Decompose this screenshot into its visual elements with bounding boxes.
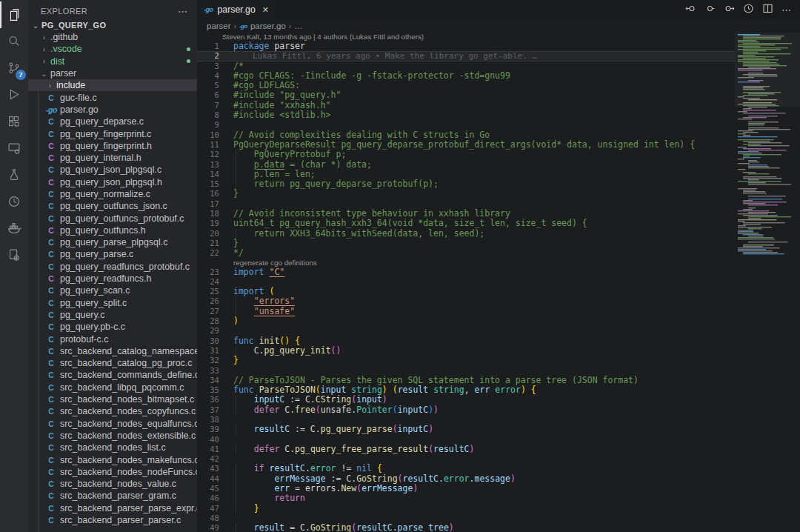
code-line-17[interactable]: 17 bbox=[197, 199, 735, 209]
code-line-42[interactable]: 42 bbox=[197, 454, 735, 464]
code-line-27[interactable]: 27 "unsafe" bbox=[197, 307, 735, 316]
code-line-2[interactable]: 2Lukas Fittl, 6 years ago • Make the lib… bbox=[197, 51, 735, 61]
tree-file-pg_query_deparse.c[interactable]: Cpg_query_deparse.c bbox=[28, 116, 197, 127]
line-number[interactable]: 10 bbox=[197, 130, 219, 140]
tree-file-pg_query_split.c[interactable]: Cpg_query_split.c bbox=[28, 297, 197, 309]
open-changes-icon[interactable] bbox=[704, 3, 716, 17]
line-number[interactable]: 7 bbox=[197, 101, 219, 110]
open-next-change-icon[interactable] bbox=[724, 3, 735, 17]
tree-file-src_backend_nodes_nodeFuncs.c[interactable]: Csrc_backend_nodes_nodeFuncs.c bbox=[28, 466, 197, 478]
code-line-38[interactable]: 38 bbox=[197, 415, 735, 425]
clock-icon[interactable] bbox=[0, 188, 28, 215]
line-number[interactable]: 24 bbox=[197, 277, 219, 287]
line-number[interactable]: 8 bbox=[197, 110, 219, 120]
line-number[interactable]: 4 bbox=[197, 71, 219, 81]
tree-root-pg-query-go[interactable]: ⌄ PG_QUERY_GO bbox=[28, 19, 197, 31]
line-number[interactable]: 41 bbox=[197, 445, 219, 454]
code-line-29[interactable]: 29 bbox=[197, 326, 735, 336]
tab-parser-go[interactable]: -go parser.go ✕ bbox=[197, 0, 276, 19]
code-line-47[interactable]: 47 } bbox=[197, 504, 735, 513]
code-line-25[interactable]: 25import ( bbox=[197, 287, 735, 296]
testing-icon[interactable] bbox=[0, 162, 28, 188]
tree-file-pg_query_json_plpgsql.c[interactable]: Cpg_query_json_plpgsql.c bbox=[28, 164, 197, 176]
code-line-34[interactable]: 34// ParseToJSON - Parses the given SQL … bbox=[197, 376, 735, 385]
more-actions-icon[interactable]: ⋯ bbox=[781, 4, 792, 16]
tree-file-guc-file.c[interactable]: Cguc-file.c bbox=[28, 91, 197, 103]
line-number[interactable]: 36 bbox=[197, 395, 219, 405]
line-number[interactable]: 38 bbox=[197, 415, 219, 425]
tree-folder-.vscode[interactable]: ›.vscode bbox=[28, 43, 197, 55]
tree-file-pg_query_normalize.c[interactable]: Cpg_query_normalize.c bbox=[28, 188, 197, 200]
code-line-22[interactable]: 22*/ bbox=[197, 248, 735, 258]
code-line-28[interactable]: 28) bbox=[197, 316, 735, 326]
code-line-4[interactable]: 4#cgo CFLAGS: -Iinclude -g -fstack-prote… bbox=[197, 71, 735, 81]
tree-file-src_backend_parser_gram.c[interactable]: Csrc_backend_parser_gram.c bbox=[28, 490, 197, 502]
breadcrumb-item-parser.go[interactable]: -goparser.go bbox=[239, 21, 286, 30]
code-line-19[interactable]: 19uint64_t pg_query_hash_xxh3_64(void *d… bbox=[197, 219, 735, 228]
file-history-icon[interactable] bbox=[743, 3, 754, 17]
line-number[interactable]: 13 bbox=[197, 160, 219, 170]
line-number[interactable]: 32 bbox=[197, 356, 219, 365]
line-number[interactable]: 33 bbox=[197, 366, 219, 376]
line-number[interactable]: 2 bbox=[197, 51, 219, 61]
tree-file-pg_query_readfuncs_protobuf.c[interactable]: Cpg_query_readfuncs_protobuf.c bbox=[28, 261, 197, 273]
code-line-44[interactable]: 44 errMessage := C.GoString(resultC.erro… bbox=[197, 474, 735, 484]
line-number[interactable]: 26 bbox=[197, 296, 219, 306]
line-number[interactable]: 19 bbox=[197, 219, 219, 228]
code-line-7[interactable]: 7#include "xxhash.h" bbox=[197, 101, 735, 110]
line-number[interactable]: 1 bbox=[197, 41, 219, 51]
code-line-36[interactable]: 36 inputC := C.CString(input) bbox=[197, 395, 735, 405]
extensions-icon[interactable] bbox=[0, 108, 28, 135]
line-number[interactable]: 42 bbox=[197, 454, 219, 464]
code-line-18[interactable]: 18// Avoid inconsistent type behaviour i… bbox=[197, 209, 735, 219]
tree-file-pg_query_scan.c[interactable]: Cpg_query_scan.c bbox=[28, 285, 197, 296]
tree-file-protobuf-c.c[interactable]: Cprotobuf-c.c bbox=[28, 333, 197, 345]
line-number[interactable]: 45 bbox=[197, 484, 219, 493]
line-number[interactable]: 46 bbox=[197, 493, 219, 503]
code-line-1[interactable]: 1package parser bbox=[197, 41, 735, 51]
tree-file-pg_query_json_plpgsql.h[interactable]: Cpg_query_json_plpgsql.h bbox=[28, 176, 197, 188]
line-number[interactable]: 12 bbox=[197, 150, 219, 159]
tree-file-pg_query_outfuncs_json.c[interactable]: Cpg_query_outfuncs_json.c bbox=[28, 200, 197, 212]
line-number[interactable]: 39 bbox=[197, 425, 219, 434]
tree-file-src_backend_parser_parser.c[interactable]: Csrc_backend_parser_parser.c bbox=[28, 514, 197, 526]
code-line-20[interactable]: 20 return XXH3_64bits_withSeed(data, len… bbox=[197, 229, 735, 239]
tree-file-src_backend_catalog_namespace.c[interactable]: Csrc_backend_catalog_namespace.c bbox=[28, 345, 197, 357]
code-line-35[interactable]: 35func ParseToJSON(input string) (result… bbox=[197, 385, 735, 395]
line-number[interactable]: 23 bbox=[197, 267, 219, 277]
code-line-14[interactable]: 14 p.len = len; bbox=[197, 170, 735, 179]
line-number[interactable]: 35 bbox=[197, 385, 219, 395]
code-line-23[interactable]: 23import "C" bbox=[197, 267, 735, 277]
code-line-49[interactable]: 49 result = C.GoString(resultC.parse_tre… bbox=[197, 523, 735, 532]
tree-file-src_backend_libpq_pqcomm.c[interactable]: Csrc_backend_libpq_pqcomm.c bbox=[28, 382, 197, 393]
line-number[interactable]: 28 bbox=[197, 316, 219, 326]
line-number[interactable]: 9 bbox=[197, 120, 219, 130]
code-line-21[interactable]: 21} bbox=[197, 239, 735, 248]
code-area[interactable]: Steven Kalt, 13 months ago | 4 authors (… bbox=[197, 33, 735, 532]
breadcrumb-item-…[interactable]: … bbox=[294, 21, 303, 30]
code-line-8[interactable]: 8#include <stdlib.h> bbox=[197, 110, 735, 120]
code-line-40[interactable]: 40 bbox=[197, 435, 735, 445]
tree-file-src_backend_nodes_value.c[interactable]: Csrc_backend_nodes_value.c bbox=[28, 478, 197, 490]
tree-file-pg_query_fingerprint.c[interactable]: Cpg_query_fingerprint.c bbox=[28, 127, 197, 139]
code-line-33[interactable]: 33 bbox=[197, 366, 735, 376]
line-number[interactable]: 37 bbox=[197, 405, 219, 415]
line-number[interactable]: 48 bbox=[197, 513, 219, 523]
line-number[interactable]: 3 bbox=[197, 61, 219, 71]
code-line-39[interactable]: 39 resultC := C.pg_query_parse(inputC) bbox=[197, 425, 735, 434]
code-line-37[interactable]: 37 defer C.free(unsafe.Pointer(inputC)) bbox=[197, 405, 735, 415]
line-number[interactable]: 34 bbox=[197, 376, 219, 385]
code-line-11[interactable]: 11PgQueryDeparseResult pg_query_deparse_… bbox=[197, 140, 735, 150]
tree-folder-include[interactable]: ›include bbox=[28, 79, 197, 91]
tree-file-src_backend_nodes_makefuncs.c[interactable]: Csrc_backend_nodes_makefuncs.c bbox=[28, 453, 197, 465]
tree-file-pg_query_outfuncs_protobuf.c[interactable]: Cpg_query_outfuncs_protobuf.c bbox=[28, 212, 197, 224]
tree-file-src_backend_nodes_copyfuncs.c[interactable]: Csrc_backend_nodes_copyfuncs.c bbox=[28, 405, 197, 417]
tools-icon[interactable] bbox=[0, 242, 28, 268]
line-number[interactable]: 25 bbox=[197, 287, 219, 296]
breadcrumb-item-parser[interactable]: parser bbox=[207, 21, 231, 30]
line-number[interactable]: 14 bbox=[197, 170, 219, 179]
code-line-9[interactable]: 9 bbox=[197, 120, 735, 130]
line-number[interactable]: 15 bbox=[197, 179, 219, 189]
code-line-30[interactable]: 30func init() { bbox=[197, 336, 735, 346]
code-line-16[interactable]: 16} bbox=[197, 189, 735, 199]
